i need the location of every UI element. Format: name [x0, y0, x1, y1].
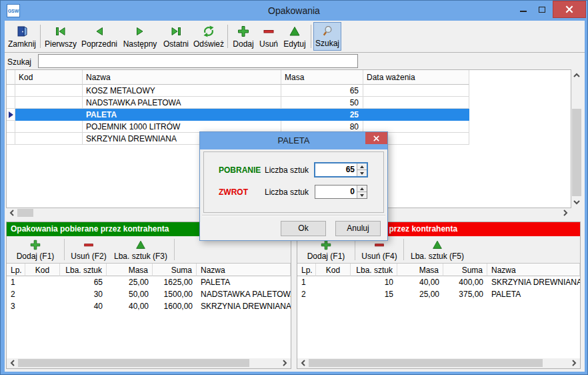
zamknij-button[interactable]: Zamknij	[6, 22, 38, 51]
edytuj-button[interactable]: Edytuj	[281, 22, 309, 51]
ok-button[interactable]: Ok	[281, 221, 326, 236]
cell-data-wazenia[interactable]	[363, 109, 469, 121]
scroll-left-icon[interactable]	[7, 358, 18, 368]
cell-masa[interactable]: 25,00	[397, 288, 443, 300]
scrollbar-thumb[interactable]	[309, 359, 543, 367]
scroll-left-icon[interactable]	[7, 208, 17, 218]
pierwszy-button[interactable]: Pierwszy	[43, 22, 79, 51]
row-filler	[469, 133, 571, 145]
ostatni-button[interactable]: Ostatni	[160, 22, 192, 51]
szukaj-button[interactable]: Szukaj	[313, 22, 341, 51]
cancel-button[interactable]: Anuluj	[335, 221, 381, 236]
close-button[interactable]	[553, 1, 586, 18]
cell-masa[interactable]: 40,00	[397, 276, 443, 288]
first-icon	[54, 25, 67, 38]
main-toolbar: Zamknij Pierwszy Poprzedni Następny Osta…	[5, 21, 585, 53]
cell-lp[interactable]: 2	[7, 288, 25, 300]
scroll-left-icon[interactable]	[298, 358, 309, 368]
taken-panel-horizontal-scrollbar	[7, 358, 291, 368]
cell-nazwa[interactable]: NADSTAWKA PALETOWA	[83, 97, 281, 109]
cell-nazwa[interactable]: PALETA	[487, 288, 580, 300]
cell-suma[interactable]: 1625,00	[153, 276, 197, 288]
cell-masa[interactable]: 65	[281, 85, 363, 97]
cell-lp[interactable]: 1	[297, 276, 316, 288]
cell-lba-sztuk[interactable]: 40	[60, 300, 107, 312]
cell-suma[interactable]: 1500,00	[153, 288, 197, 300]
button-label: Pierwszy	[45, 39, 77, 49]
dodaj-button[interactable]: Dodaj	[230, 22, 257, 51]
quantity-value[interactable]: 65	[315, 163, 357, 176]
cell-lba-sztuk[interactable]: 10	[351, 276, 397, 288]
scrollbar-thumb[interactable]	[572, 109, 581, 196]
cell-kod[interactable]	[15, 109, 83, 121]
search-input[interactable]	[38, 54, 358, 68]
cell-kod[interactable]	[15, 133, 83, 145]
cell-lba-sztuk[interactable]: 30	[60, 288, 107, 300]
zwrot-quantity-stepper[interactable]: 0	[315, 185, 367, 199]
taken-packages-panel: Opakowania pobierane przez kontrahenta D…	[6, 222, 291, 369]
poprzedni-button[interactable]: Poprzedni	[79, 22, 120, 51]
cell-nazwa[interactable]: PALETA	[83, 109, 281, 121]
col-lp: Lp.	[7, 264, 25, 276]
scroll-right-icon[interactable]	[279, 358, 290, 368]
cell-lp[interactable]: 1	[7, 276, 25, 288]
scroll-right-icon[interactable]	[560, 208, 571, 218]
button-label: Następny	[123, 39, 157, 49]
cell-masa[interactable]: 25,00	[107, 276, 153, 288]
cell-kod[interactable]	[15, 97, 83, 109]
nastepny-button[interactable]: Następny	[120, 22, 160, 51]
cell-kod[interactable]	[15, 121, 83, 133]
odswiez-button[interactable]: Odśwież	[192, 22, 225, 51]
cell-masa[interactable]: 40,00	[107, 300, 153, 312]
cell-kod[interactable]	[316, 288, 351, 300]
cell-nazwa[interactable]: PALETA	[197, 276, 291, 288]
cell-kod[interactable]	[316, 276, 351, 288]
cell-nazwa[interactable]: SKRZYNIA DREWNIANA	[487, 276, 580, 288]
cell-lba-sztuk[interactable]: 65	[60, 276, 107, 288]
cell-data-wazenia[interactable]	[363, 85, 469, 97]
usun-f2-button[interactable]: Usuń (F2)	[67, 236, 110, 263]
cell-kod[interactable]	[25, 300, 60, 312]
scroll-up-icon[interactable]	[571, 71, 582, 80]
dialog-close-button[interactable]	[365, 132, 387, 144]
scrollbar-thumb[interactable]	[17, 209, 33, 217]
toolbar-separator	[227, 25, 228, 48]
spin-up-button[interactable]	[357, 163, 367, 170]
cell-masa[interactable]: 50	[281, 97, 363, 109]
scroll-down-icon[interactable]	[571, 198, 582, 207]
cell-kod[interactable]	[25, 288, 60, 300]
cell-lba-sztuk[interactable]: 15	[351, 288, 397, 300]
cell-masa[interactable]: 50,00	[107, 288, 153, 300]
scroll-right-icon[interactable]	[569, 358, 579, 368]
lba-sztuk-f3-button[interactable]: Lba. sztuk (F3)	[110, 236, 171, 263]
cell-data-wazenia[interactable]	[363, 97, 469, 109]
cell-kod[interactable]	[25, 276, 60, 288]
spin-up-button[interactable]	[357, 185, 367, 192]
col-masa: Masa	[107, 264, 153, 276]
col-kod: Kod	[316, 264, 351, 276]
minimize-button[interactable]	[514, 1, 533, 18]
cell-kod[interactable]	[15, 85, 83, 97]
returned-panel-horizontal-scrollbar	[297, 358, 580, 368]
pobranie-quantity-stepper[interactable]: 65	[315, 163, 367, 177]
maximize-button[interactable]	[533, 1, 551, 18]
quantity-icon	[431, 239, 443, 251]
cell-nazwa[interactable]: SKRZYNIA DREWNIANA	[197, 300, 291, 312]
cell-lp[interactable]: 2	[297, 288, 316, 300]
cell-nazwa[interactable]: NADSTAWKA PALETOWA	[197, 288, 291, 300]
cell-suma[interactable]: 400,00	[443, 276, 487, 288]
cell-nazwa[interactable]: KOSZ METALOWY	[83, 85, 281, 97]
spin-down-button[interactable]	[357, 170, 367, 176]
lba-sztuk-f5-button[interactable]: Lba. sztuk (F5)	[407, 236, 468, 263]
cell-masa[interactable]: 25	[281, 109, 363, 121]
cell-suma[interactable]: 1600,00	[153, 300, 197, 312]
button-label: Edytuj	[283, 39, 305, 49]
cell-suma[interactable]: 375,00	[443, 288, 487, 300]
scrollbar-thumb[interactable]	[18, 359, 249, 367]
cell-lp[interactable]: 3	[7, 300, 25, 312]
add-icon	[29, 239, 41, 251]
usun-button[interactable]: Usuń	[257, 22, 281, 51]
quantity-value[interactable]: 0	[315, 185, 357, 198]
dodaj-f1-button[interactable]: Dodaj (F1)	[9, 236, 61, 263]
spin-down-button[interactable]	[357, 192, 367, 198]
